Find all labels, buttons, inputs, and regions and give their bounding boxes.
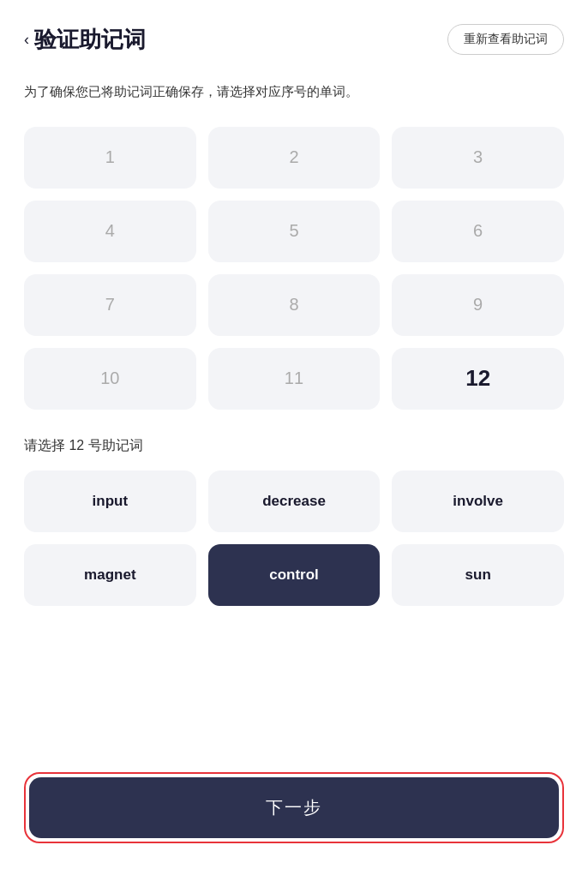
word-cell-sun[interactable]: sun	[392, 544, 564, 606]
grid-cell-10[interactable]: 10	[24, 348, 196, 410]
word-cell-decrease[interactable]: decrease	[208, 470, 381, 532]
description-text: 为了确保您已将助记词正确保存，请选择对应序号的单词。	[24, 81, 564, 103]
grid-cell-8[interactable]: 8	[208, 274, 381, 336]
next-button[interactable]: 下一步	[29, 777, 559, 838]
page-title: 验证助记词	[34, 25, 146, 55]
review-mnemonic-button[interactable]: 重新查看助记词	[447, 24, 564, 55]
grid-cell-6[interactable]: 6	[392, 201, 564, 262]
next-button-wrapper: 下一步	[24, 772, 564, 843]
header: ‹ 验证助记词 重新查看助记词	[24, 0, 564, 72]
select-word-label: 请选择 12 号助记词	[24, 437, 564, 455]
grid-cell-7[interactable]: 7	[24, 274, 196, 336]
grid-cell-1[interactable]: 1	[24, 127, 196, 189]
grid-cell-9[interactable]: 9	[392, 274, 564, 336]
grid-cell-4[interactable]: 4	[24, 201, 196, 262]
grid-cell-12[interactable]: 12	[392, 348, 564, 410]
number-grid: 1 2 3 4 5 6 7 8 9 10 11 12	[24, 127, 564, 410]
header-left: ‹ 验证助记词	[24, 25, 146, 55]
word-cell-control[interactable]: control	[208, 544, 381, 606]
word-cell-involve[interactable]: involve	[392, 470, 564, 532]
back-icon[interactable]: ‹	[24, 31, 29, 49]
grid-cell-11[interactable]: 11	[208, 348, 381, 410]
word-cell-input[interactable]: input	[24, 470, 196, 532]
grid-cell-2[interactable]: 2	[208, 127, 381, 189]
page: ‹ 验证助记词 重新查看助记词 为了确保您已将助记词正确保存，请选择对应序号的单…	[0, 0, 588, 869]
word-grid: input decrease involve magnet control su…	[24, 470, 564, 606]
grid-cell-5[interactable]: 5	[208, 201, 381, 262]
grid-cell-3[interactable]: 3	[392, 127, 564, 189]
word-cell-magnet[interactable]: magnet	[24, 544, 196, 606]
